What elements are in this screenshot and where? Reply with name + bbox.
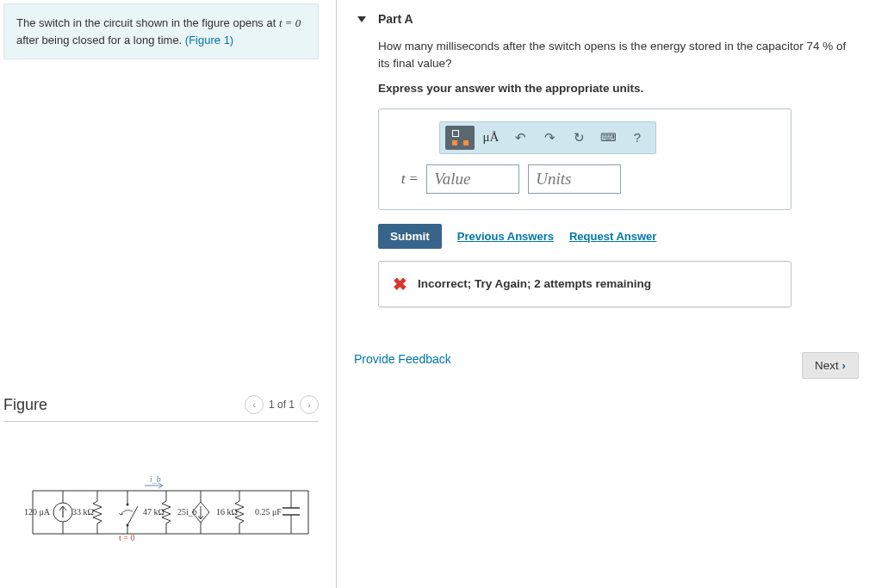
undo-button[interactable]: ↶ <box>507 126 533 150</box>
problem-text-1: The switch in the circuit shown in the f… <box>16 16 279 29</box>
question-instruction: Express your answer with the appropriate… <box>378 82 848 95</box>
cap-label: 0.25 μF <box>255 507 282 517</box>
ib-label: i_b <box>150 474 161 484</box>
provide-feedback-link[interactable]: Provide Feedback <box>354 352 451 366</box>
answer-var-label: t = <box>393 171 418 187</box>
keyboard-button[interactable]: ⌨ <box>595 126 621 150</box>
templates-icon[interactable] <box>445 126 475 150</box>
svg-point-12 <box>127 504 129 506</box>
problem-var: t = 0 <box>279 16 301 29</box>
switch-label: t = 0 <box>119 533 134 542</box>
figure-link[interactable]: (Figure 1) <box>185 34 233 46</box>
next-label: Next <box>815 359 839 372</box>
circuit-diagram: 120 μA 33 kΩ t = 0 <box>3 456 319 588</box>
source-label: 120 μA <box>24 507 51 517</box>
pager-text: 1 of 1 <box>269 399 295 411</box>
svg-line-11 <box>127 506 138 525</box>
feedback-message: ✖ Incorrect; Try Again; 2 attempts remai… <box>378 261 791 307</box>
problem-text-2: after being closed for a long time. <box>16 34 185 46</box>
pager-next-button[interactable]: › <box>300 395 319 414</box>
submit-button[interactable]: Submit <box>378 224 442 249</box>
question-text: How many milliseconds after the switch o… <box>378 38 848 73</box>
part-header[interactable]: Part A <box>354 0 859 33</box>
next-button[interactable]: Next › <box>802 352 859 379</box>
svg-point-13 <box>127 524 129 527</box>
r2-label: 47 kΩ <box>143 507 164 517</box>
units-picker-button[interactable]: μÅ <box>478 126 504 150</box>
figure-pager: ‹ 1 of 1 › <box>245 395 319 414</box>
caret-down-icon <box>357 16 366 22</box>
problem-statement: The switch in the circuit shown in the f… <box>3 3 319 59</box>
reset-button[interactable]: ↻ <box>566 126 592 150</box>
value-input[interactable] <box>426 164 519 194</box>
part-label: Part A <box>378 12 413 26</box>
pager-prev-button[interactable]: ‹ <box>245 395 264 414</box>
redo-button[interactable]: ↷ <box>537 126 562 150</box>
chevron-right-icon: › <box>842 359 847 372</box>
help-button[interactable]: ? <box>624 126 650 150</box>
previous-answers-link[interactable]: Previous Answers <box>457 230 554 243</box>
request-answer-link[interactable]: Request Answer <box>569 230 656 243</box>
incorrect-icon: ✖ <box>393 274 407 294</box>
vertical-divider <box>336 0 337 588</box>
feedback-text: Incorrect; Try Again; 2 attempts remaini… <box>418 277 651 290</box>
answer-toolbar: μÅ ↶ ↷ ↻ ⌨ ? <box>439 121 656 154</box>
figure-title: Figure <box>3 396 47 414</box>
r1-label: 33 kΩ <box>72 507 94 517</box>
units-input[interactable] <box>528 164 621 194</box>
r3-label: 16 kΩ <box>216 507 238 517</box>
answer-box: μÅ ↶ ↷ ↻ ⌨ ? t = <box>378 108 791 210</box>
dep-source-label: 25i_b <box>177 507 197 517</box>
